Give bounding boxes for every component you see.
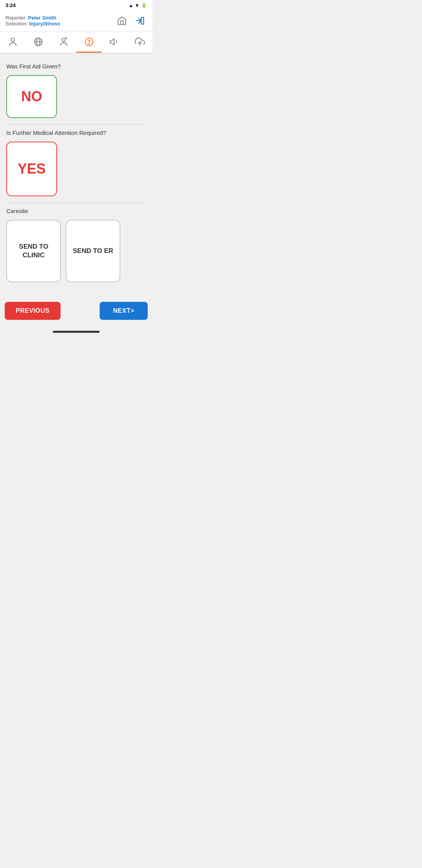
further-medical-section: Is Further Medical Attention Required? Y… [5, 126, 148, 202]
caresite-label: Caresite [5, 204, 148, 217]
caresite-options: SEND TOCLINIC SEND TO ER [5, 217, 148, 288]
reporter-row: Reporter: Peter Smith [5, 15, 115, 21]
submit-button[interactable] [133, 14, 147, 28]
selection-value: Injury/Illness [29, 21, 60, 27]
tab-upload[interactable] [127, 32, 152, 53]
status-icons: ▲ ▼ 🔋 [129, 3, 147, 8]
divider-2 [5, 203, 148, 203]
send-to-clinic-button[interactable]: SEND TOCLINIC [6, 220, 61, 282]
nav-tabs [0, 32, 152, 54]
header: Reporter: Peter Smith Selection: Injury/… [0, 11, 152, 32]
send-to-er-label: SEND TO ER [73, 247, 113, 255]
svg-point-10 [89, 44, 89, 45]
reporter-name: Peter Smith [28, 15, 56, 21]
previous-button[interactable]: PREVIOUS [5, 302, 61, 320]
tab-globe[interactable] [25, 32, 51, 53]
svg-rect-1 [141, 17, 144, 24]
first-aid-options: NO [5, 73, 148, 124]
tab-announce[interactable] [102, 32, 127, 53]
header-actions [115, 14, 147, 28]
further-medical-label: Is Further Medical Attention Required? [5, 126, 148, 139]
wifi-icon: ▼ [135, 3, 139, 8]
tab-question[interactable] [76, 32, 102, 53]
status-time: 3:24 [5, 2, 16, 8]
further-medical-yes-label: YES [18, 161, 46, 177]
first-aid-label: Was First Aid Given? [5, 59, 148, 73]
tab-medic[interactable] [51, 32, 76, 53]
bottom-bar [0, 328, 152, 334]
main-content: Was First Aid Given? NO Is Further Medic… [0, 54, 152, 293]
selection-row: Selection: Injury/Illness [5, 21, 115, 27]
svg-point-6 [62, 38, 65, 41]
further-medical-yes-button[interactable]: YES [6, 142, 57, 196]
battery-icon: 🔋 [141, 3, 147, 8]
reporter-label: Reporter: [5, 15, 27, 21]
status-bar: 3:24 ▲ ▼ 🔋 [0, 0, 152, 11]
svg-marker-11 [110, 39, 114, 45]
selection-label: Selection: [5, 21, 28, 27]
divider-1 [5, 124, 148, 125]
tab-person[interactable] [0, 32, 25, 53]
first-aid-section: Was First Aid Given? NO [5, 59, 148, 124]
first-aid-no-button[interactable]: NO [6, 75, 57, 118]
further-medical-options: YES [5, 139, 148, 202]
svg-point-2 [11, 38, 14, 41]
next-button[interactable]: NEXT> [100, 302, 148, 320]
home-indicator [53, 331, 100, 333]
bottom-nav: PREVIOUS NEXT> [0, 296, 152, 328]
caresite-section: Caresite SEND TOCLINIC SEND TO ER [5, 204, 148, 288]
send-to-er-button[interactable]: SEND TO ER [66, 220, 120, 282]
header-info: Reporter: Peter Smith Selection: Injury/… [5, 15, 115, 27]
send-to-clinic-label: SEND TOCLINIC [19, 242, 48, 260]
signal-icon: ▲ [129, 3, 133, 8]
home-button[interactable] [115, 14, 129, 28]
first-aid-no-label: NO [21, 88, 42, 105]
